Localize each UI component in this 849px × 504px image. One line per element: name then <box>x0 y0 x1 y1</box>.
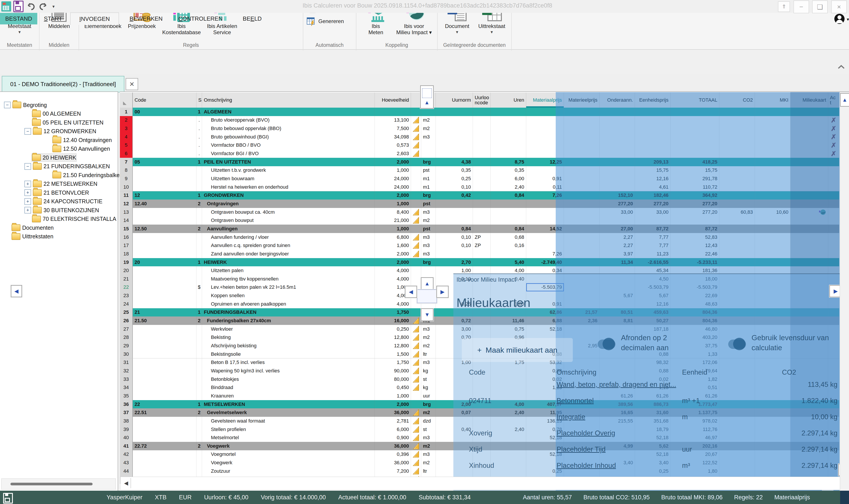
tree-item-12-grondwerken[interactable]: −12 GRONDWERKEN <box>24 128 96 135</box>
cell-mp-row9[interactable]: 0,91 <box>526 175 564 183</box>
cell-code-row10[interactable] <box>133 183 196 191</box>
row-number-10[interactable]: 10 <box>120 183 133 191</box>
cell-tt-row14[interactable] <box>671 216 719 224</box>
row-number-14[interactable]: 14 <box>120 216 133 224</box>
cell-tt-row3[interactable] <box>671 124 719 133</box>
cell-code-row40[interactable] <box>133 433 196 442</box>
cell-hv-row33[interactable]: 80,000 <box>375 375 411 383</box>
cell-code-row18[interactable] <box>133 250 196 258</box>
meetstaat-icon-row30[interactable] <box>411 350 421 358</box>
row-number-3[interactable]: 3 <box>120 124 133 133</box>
cell-oms-row32[interactable]: Wapening 50 kg/m3 incl. verlies <box>202 367 375 375</box>
cell-ep-row14[interactable] <box>635 216 671 224</box>
cell-oms-row8[interactable]: Uitzetten t.b.v. grondwerk <box>202 166 375 175</box>
grid-split-left-icon[interactable]: ◀ <box>405 286 417 298</box>
cell-uc-row8[interactable] <box>473 166 491 175</box>
cell-oms-row21[interactable]: Maatvoering tbv koppensnellen <box>202 275 375 283</box>
column-header-ur[interactable]: Uren <box>491 92 526 108</box>
cell-mk-row5[interactable] <box>790 141 828 149</box>
cell-uc-row11[interactable] <box>473 191 491 200</box>
row-number-13[interactable]: 13 <box>120 208 133 216</box>
cell-s-row44[interactable] <box>196 467 202 475</box>
cell-co2-row11[interactable] <box>719 191 755 200</box>
column-header-mk[interactable]: Milieukaart <box>790 92 828 108</box>
cell-mki-row15[interactable] <box>755 224 790 233</box>
cell-s-row24[interactable] <box>196 300 202 308</box>
cell-oa-row1[interactable] <box>599 108 635 116</box>
meetstaat-icon-row43[interactable] <box>411 458 421 467</box>
cell-tt-row2[interactable] <box>671 116 719 125</box>
cell-ur-row6[interactable] <box>491 149 526 158</box>
cell-uc-row5[interactable] <box>473 141 491 149</box>
cell-un-row4[interactable] <box>436 133 473 141</box>
cell-mki-row1[interactable] <box>755 108 790 116</box>
cell-hv-row35[interactable]: 1,000 <box>375 392 411 400</box>
cell-code-row33[interactable] <box>133 375 196 383</box>
cell-code-row26[interactable]: 21.50 <box>133 317 196 325</box>
cell-co2-row13[interactable]: 60,83 <box>719 208 755 216</box>
grid-scroll-up-widget[interactable]: ▲ <box>420 86 434 109</box>
cell-ur-row15[interactable]: 0,84 <box>491 224 526 233</box>
row-number-15[interactable]: 15 <box>120 224 133 233</box>
cell-ml-row14[interactable] <box>564 216 599 224</box>
cell-ml-row8[interactable] <box>564 166 599 175</box>
cell-code-row30[interactable] <box>133 350 196 358</box>
cell-co2-row17[interactable] <box>719 241 755 250</box>
expand-icon[interactable]: + <box>24 181 31 187</box>
cell-ep-row15[interactable]: 87,72 <box>635 224 671 233</box>
cell-oms-row16[interactable]: Aanvullen fundering / vloer <box>202 233 375 241</box>
cell-s-row15[interactable]: 2 <box>196 224 202 233</box>
tab-beeld[interactable]: BEELD <box>241 13 263 24</box>
grid-split-down-icon[interactable]: ▼ <box>421 308 434 321</box>
cell-code-row21[interactable] <box>133 275 196 283</box>
row-number-1[interactable]: 1 <box>120 108 133 116</box>
cell-ep-row5[interactable] <box>635 141 671 149</box>
cell-uc-row13[interactable] <box>473 208 491 216</box>
column-header-hv[interactable]: Hoeveelheid <box>375 92 411 108</box>
column-header-s[interactable]: S <box>196 92 202 108</box>
status-save-icon[interactable] <box>3 493 13 504</box>
cell-uc-row15[interactable] <box>473 224 491 233</box>
cell-hv-row24[interactable]: 4,000 <box>375 300 411 308</box>
cell-s-row34[interactable] <box>196 383 202 392</box>
cell-un-row11[interactable]: 0,42 <box>436 191 473 200</box>
cell-ml-row15[interactable] <box>564 224 599 233</box>
cell-oa-row4[interactable] <box>599 133 635 141</box>
cell-mp-row17[interactable] <box>526 241 564 250</box>
cell-oms-row13[interactable]: Ontgraven bouwput ca. 40cm <box>202 208 375 216</box>
cell-ehd-row2[interactable]: m2 <box>421 116 436 125</box>
row-number-34[interactable]: 34 <box>120 383 133 392</box>
cell-un-row13[interactable] <box>436 208 473 216</box>
cell-oms-row34[interactable]: Binddraad <box>202 383 375 392</box>
tree-item-uittrekstaten[interactable]: Uittrekstaten <box>12 233 53 240</box>
cell-ur-row14[interactable] <box>491 216 526 224</box>
cell-s-row18[interactable] <box>196 250 202 258</box>
cell-oms-row12[interactable]: Ontgravingen <box>202 199 375 208</box>
cell-oa-row19[interactable]: 11,34 <box>599 258 635 267</box>
cell-oms-row22[interactable]: Lev.+heien beton palen vk 22 l=16.5m1 <box>202 283 375 292</box>
cell-code-row31[interactable] <box>133 358 196 367</box>
collapse-icon[interactable]: − <box>4 102 11 108</box>
cell-tt-row10[interactable]: 110,72 <box>671 183 719 191</box>
cell-x-row6[interactable]: ✗ <box>828 149 839 158</box>
cell-code-row3[interactable] <box>133 124 196 133</box>
tree-scroll-left-icon[interactable]: ◀ <box>11 285 22 297</box>
cell-s-row32[interactable] <box>196 367 202 375</box>
cell-ehd-row20[interactable] <box>421 266 436 275</box>
cell-mki-row12[interactable] <box>755 199 790 208</box>
cell-oms-row29[interactable]: Afschrijving bekisting <box>202 342 375 350</box>
cell-mki-row2[interactable] <box>755 116 790 125</box>
cell-s-row4[interactable]: . <box>196 133 202 141</box>
cell-oms-row14[interactable]: Ontgraven bouwput <box>202 216 375 224</box>
cell-s-row36[interactable]: 1 <box>196 400 202 409</box>
cell-mki-row13[interactable]: 10,60 <box>755 208 790 216</box>
cell-s-row7[interactable]: 1 <box>196 158 202 166</box>
cell-ehd-row6[interactable] <box>421 149 436 158</box>
cell-ep-row19[interactable]: -2.616,55 <box>635 258 671 267</box>
cell-ep-row12[interactable]: 277,20 <box>635 199 671 208</box>
document-tab-close-icon[interactable]: ✕ <box>126 78 138 90</box>
cell-uc-row3[interactable] <box>473 124 491 133</box>
cell-mp-row18[interactable]: 7,26 <box>526 250 564 258</box>
cell-mp-row8[interactable] <box>526 166 564 175</box>
cell-s-row20[interactable] <box>196 266 202 275</box>
